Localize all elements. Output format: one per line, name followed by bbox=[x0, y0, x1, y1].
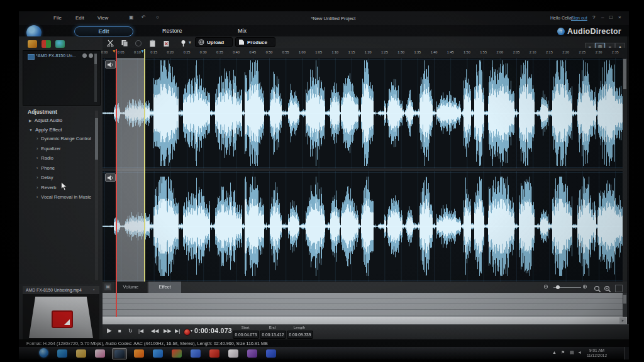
timeline-ruler[interactable]: 0:000:050:100:150:200:250:300:350:400:45… bbox=[103, 48, 627, 58]
taskbar-icon-app-navy[interactable] bbox=[264, 348, 278, 358]
upload-button[interactable]: Upload bbox=[195, 37, 233, 47]
zoom-in-icon[interactable]: ⊕ bbox=[582, 283, 587, 290]
effect-lane[interactable] bbox=[103, 293, 627, 317]
tab-volume[interactable]: Volume bbox=[114, 282, 147, 293]
zoom-reset-box[interactable] bbox=[615, 285, 623, 292]
go-start-button[interactable]: |◀ bbox=[138, 328, 143, 334]
close-button[interactable]: × bbox=[618, 14, 621, 20]
taskbar-icon-media-player[interactable] bbox=[93, 348, 107, 358]
tab-mix[interactable]: Mix bbox=[238, 28, 247, 34]
copy-icon[interactable] bbox=[121, 38, 129, 46]
menu-file[interactable]: File bbox=[53, 15, 62, 21]
go-end-button[interactable]: ▶| bbox=[175, 328, 180, 334]
produce-button[interactable]: Produce bbox=[235, 37, 275, 47]
taskbar-icon-app-blue[interactable] bbox=[189, 348, 203, 358]
effect-item[interactable]: ›Radio bbox=[36, 155, 97, 165]
waveform-canvas[interactable] bbox=[103, 58, 627, 282]
taskbar-icon-folder-explorer[interactable] bbox=[74, 348, 88, 358]
menu-edit[interactable]: Edit bbox=[75, 15, 84, 21]
mouse-cursor bbox=[60, 182, 67, 194]
tab-effect[interactable]: Effect bbox=[148, 282, 181, 293]
tray-volume-icon[interactable]: ◄ bbox=[577, 350, 582, 354]
tab-restore[interactable]: Restore bbox=[162, 28, 182, 34]
taskbar-icon-audiodirector[interactable] bbox=[112, 348, 127, 359]
clip-action-icon[interactable] bbox=[82, 53, 87, 58]
selection-start-marker[interactable]: ▼ bbox=[112, 49, 116, 53]
selection-end-marker[interactable]: ▼ bbox=[140, 49, 145, 53]
group-adjust-audio[interactable]: ▶Adjust Audio bbox=[29, 118, 62, 123]
taskbar-icon-app-red[interactable] bbox=[208, 348, 221, 358]
stop-button[interactable]: ■ bbox=[118, 328, 121, 334]
adjustment-scrollbar[interactable] bbox=[95, 111, 98, 280]
zoom-selection-icon[interactable] bbox=[604, 284, 611, 295]
show-desktop-button[interactable] bbox=[624, 347, 629, 359]
tab-edit[interactable]: Edit bbox=[74, 26, 133, 36]
delete-icon[interactable] bbox=[162, 38, 170, 46]
zoom-slider-handle[interactable] bbox=[556, 285, 560, 289]
end-value[interactable]: 0:00:13.412 bbox=[260, 331, 286, 339]
minimize-button[interactable]: – bbox=[601, 14, 604, 20]
tracks-vertical-scrollbar[interactable] bbox=[623, 58, 627, 282]
effect-item[interactable]: ›Dynamic Range Control bbox=[36, 136, 97, 146]
taskbar-icon-internet-explorer[interactable] bbox=[55, 348, 69, 358]
help-button[interactable]: ? bbox=[592, 14, 595, 20]
tray-action-center-icon[interactable]: ⚑ bbox=[561, 350, 565, 355]
horizontal-scrollbar[interactable]: ▸ bbox=[103, 317, 627, 324]
clipboard-icon[interactable] bbox=[148, 38, 157, 46]
play-button[interactable]: ▶ bbox=[107, 327, 112, 334]
taskbar-icon-chrome[interactable] bbox=[170, 348, 184, 358]
library-videos-icon[interactable] bbox=[42, 40, 51, 48]
tray-network-icon[interactable]: ▤ bbox=[570, 350, 574, 355]
track2-speaker-icon[interactable] bbox=[105, 173, 116, 182]
ruler-tick: 2:25 bbox=[579, 50, 586, 54]
taskbar-icon-messenger[interactable] bbox=[151, 348, 165, 358]
zoom-fit-icon[interactable] bbox=[594, 284, 601, 295]
forward-button[interactable]: ▶▶ bbox=[164, 328, 171, 334]
scroll-right-icon[interactable]: ▸ bbox=[619, 317, 626, 324]
record-menu-icon[interactable]: ▾ bbox=[191, 328, 192, 332]
library-scrollbar[interactable] bbox=[94, 53, 97, 102]
effect-item[interactable]: ›Equalizer bbox=[36, 146, 97, 156]
amd-logo bbox=[52, 310, 73, 328]
group-apply-effect[interactable]: ▼Apply Effect bbox=[29, 127, 62, 133]
length-value[interactable]: 0:00:09.339 bbox=[287, 331, 313, 339]
start-value[interactable]: 0:00:04.073 bbox=[233, 331, 259, 339]
record-button[interactable] bbox=[184, 329, 191, 336]
track1-speaker-icon[interactable] bbox=[105, 60, 116, 69]
taskbar-icon-app-light[interactable] bbox=[226, 348, 240, 358]
tray-expand-icon[interactable]: ▲ bbox=[552, 350, 557, 354]
selection-end-line[interactable] bbox=[144, 49, 145, 282]
video-preview[interactable] bbox=[23, 294, 99, 339]
undo-icon[interactable]: ↶ bbox=[142, 14, 146, 20]
library-clip-item[interactable]: *AMD FX-8150 Un... bbox=[36, 53, 81, 58]
rewind-button[interactable]: ◀◀ bbox=[151, 328, 158, 334]
effect-lane-scrollbar[interactable] bbox=[623, 293, 627, 317]
ruler-tick: 0:25 bbox=[184, 50, 191, 54]
effect-item[interactable]: ›Vocal Removal in Music bbox=[36, 194, 97, 204]
taskbar-icon-firefox[interactable] bbox=[132, 348, 146, 358]
panel-layout-icon[interactable]: ▣ bbox=[129, 14, 134, 20]
taskbar-icon-app-purple[interactable] bbox=[245, 348, 259, 358]
start-button[interactable] bbox=[39, 348, 48, 358]
cut-icon[interactable] bbox=[107, 38, 115, 46]
menu-view[interactable]: View bbox=[97, 15, 108, 21]
ruler-tick: 1:25 bbox=[381, 50, 388, 54]
brand-arrow-icon: ↑ bbox=[557, 28, 565, 35]
lane-options-icon[interactable]: ▤ bbox=[104, 283, 111, 290]
clip-delete-icon[interactable] bbox=[89, 53, 93, 58]
sign-out-link[interactable]: Sign out bbox=[571, 16, 587, 20]
system-clock[interactable]: 9:01 AM 11/12/2012 bbox=[584, 348, 610, 358]
effect-item[interactable]: ›Phone bbox=[36, 165, 97, 175]
marker-dropdown-icon[interactable]: ▾ bbox=[189, 40, 191, 45]
maximize-button[interactable]: □ bbox=[609, 14, 613, 20]
library-photos-icon[interactable] bbox=[28, 40, 37, 48]
collapsed-arrow-icon: ▶ bbox=[29, 119, 32, 123]
monitor-photo: File Edit View ▣ ↶ ○ *New Untitled Proje… bbox=[0, 0, 644, 362]
zoom-out-icon[interactable]: ⊖ bbox=[543, 283, 548, 290]
playhead-line[interactable] bbox=[116, 49, 117, 317]
marker-icon[interactable] bbox=[179, 38, 187, 46]
preview-float-icon[interactable]: ▫ bbox=[93, 287, 94, 292]
loop-button[interactable]: ↻ bbox=[128, 328, 133, 334]
effect-list: ›Dynamic Range Control›Equalizer›Radio›P… bbox=[36, 136, 97, 204]
library-web-icon[interactable] bbox=[55, 40, 65, 48]
